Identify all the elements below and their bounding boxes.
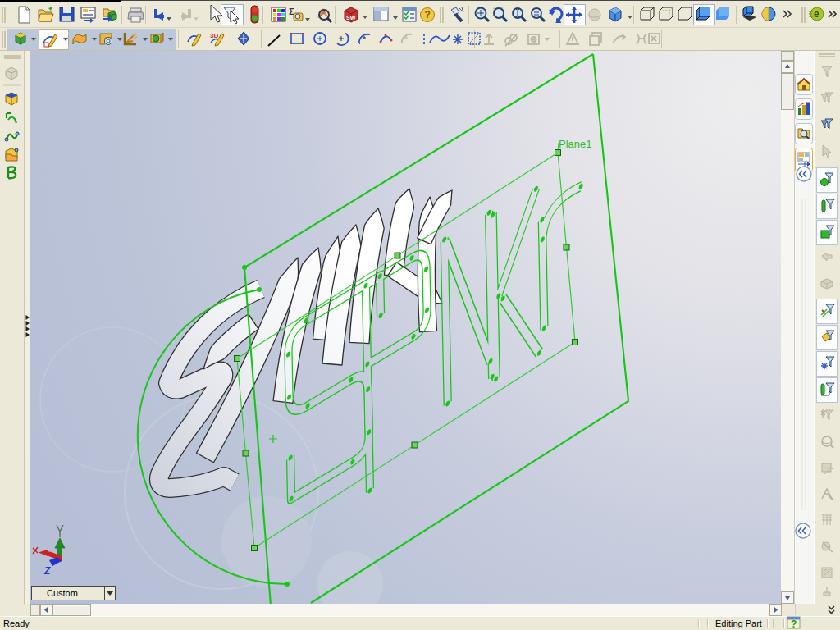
svg-text:3D: 3D [210, 32, 218, 39]
svg-text:Z: Z [43, 565, 51, 577]
svg-text:e: e [814, 8, 819, 20]
svg-text:Editing Part: Editing Part [715, 619, 762, 628]
svg-text:?: ? [425, 9, 431, 21]
svg-text:Plane1: Plane1 [559, 138, 591, 150]
svg-text:?: ? [791, 619, 797, 630]
svg-text:SW: SW [346, 15, 356, 21]
svg-text:Custom: Custom [47, 588, 78, 598]
svg-text:Ready: Ready [3, 619, 30, 628]
